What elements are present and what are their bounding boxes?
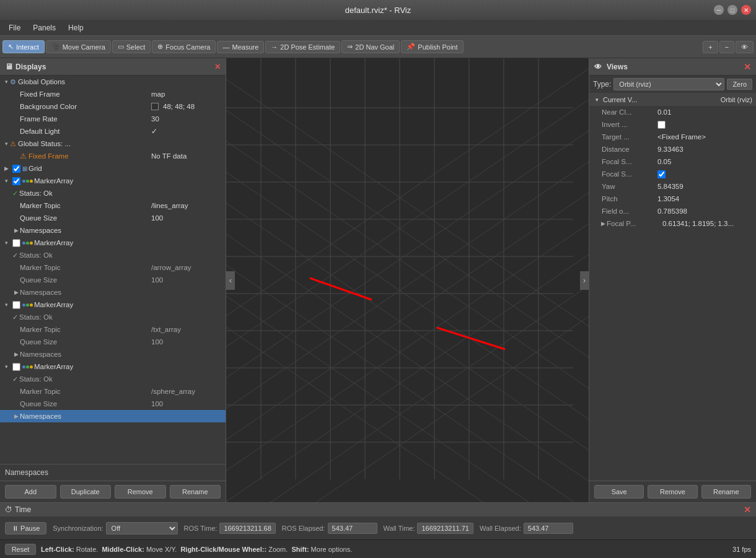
expand-ma3-ns-icon: ▶ bbox=[12, 351, 20, 357]
ma2-namespaces-row[interactable]: ▶ Namespaces bbox=[0, 286, 226, 299]
menu-help[interactable]: Help bbox=[62, 22, 90, 33]
time-close-button[interactable]: ✕ bbox=[744, 505, 751, 515]
expand-ma1-icon: ▾ bbox=[2, 178, 10, 184]
ma1-queue-size-row[interactable]: Queue Size 100 bbox=[0, 212, 226, 224]
interact-button[interactable]: ↖ Interact bbox=[2, 40, 45, 53]
fixed-frame-status-row[interactable]: ⚠ Fixed Frame No TF data bbox=[0, 150, 226, 162]
add-display-button[interactable]: Add bbox=[5, 485, 56, 499]
sync-field: Synchronization: Off Exact time Approxim… bbox=[53, 522, 177, 534]
target-frame-row[interactable]: Target ... <Fixed Frame> bbox=[589, 131, 756, 143]
views-rename-button[interactable]: Rename bbox=[701, 485, 751, 499]
ma1-marker-topic-row[interactable]: Marker Topic /lines_array bbox=[0, 199, 226, 212]
pose-icon: → bbox=[271, 43, 278, 51]
ma4-status-row[interactable]: ✓ Status: Ok bbox=[0, 373, 226, 385]
remove-viewport-button[interactable]: − bbox=[719, 41, 734, 53]
titlebar: default.rviz* - RViz ─ □ ✕ bbox=[0, 0, 756, 20]
add-viewport-button[interactable]: + bbox=[703, 41, 718, 53]
view-toggle-button[interactable]: 👁 bbox=[736, 41, 754, 53]
focal-s1-row[interactable]: Focal S... 0.05 bbox=[589, 155, 756, 168]
background-color-row[interactable]: Background Color 48; 48; 48 bbox=[0, 100, 226, 113]
ma3-status-row[interactable]: ✓ Status: Ok bbox=[0, 311, 226, 323]
frame-rate-row[interactable]: Frame Rate 30 bbox=[0, 113, 226, 125]
viewport-left-arrow[interactable]: ‹ bbox=[226, 271, 235, 290]
markerarray2-row[interactable]: ▾ MarkerArray bbox=[0, 237, 226, 249]
ma2-checkbox-cell bbox=[10, 239, 22, 247]
views-type-row: Type: Orbit (rviz) Zero bbox=[589, 76, 756, 94]
time-title: ⏱ Time bbox=[5, 505, 31, 514]
menu-panels[interactable]: Panels bbox=[27, 22, 62, 33]
yaw-row[interactable]: Yaw 5.84359 bbox=[589, 180, 756, 193]
global-options-row[interactable]: ▾ ⚙ Global Options bbox=[0, 76, 226, 88]
near-clip-row[interactable]: Near Cl... 0.01 bbox=[589, 106, 756, 118]
maximize-button[interactable]: □ bbox=[727, 5, 737, 15]
focal-point-row[interactable]: ▶ Focal P... 0.61341; 1.8195; 1.3... bbox=[589, 217, 756, 230]
views-remove-button[interactable]: Remove bbox=[648, 485, 697, 499]
expand-ma4-icon: ▾ bbox=[2, 364, 10, 370]
views-zero-button[interactable]: Zero bbox=[727, 79, 752, 90]
focus-camera-button[interactable]: ⊕ Focus Camera bbox=[152, 40, 216, 53]
views-type-label: Type: bbox=[593, 80, 611, 89]
duplicate-display-button[interactable]: Duplicate bbox=[60, 485, 112, 499]
fixed-frame-row[interactable]: Fixed Frame map bbox=[0, 88, 226, 100]
field-of-view-row[interactable]: Field o... 0.785398 bbox=[589, 205, 756, 217]
invert-checkbox[interactable] bbox=[657, 121, 666, 129]
ma1-namespaces-row[interactable]: ▶ Namespaces bbox=[0, 224, 226, 237]
ma3-queue-size-row[interactable]: Queue Size 100 bbox=[0, 336, 226, 348]
status-hint: Left-Click: Rotate. Middle-Click: Move X… bbox=[41, 546, 352, 553]
menu-file[interactable]: File bbox=[2, 22, 27, 33]
ma2-status-row[interactable]: ✓ Status: Ok bbox=[0, 249, 226, 261]
move-camera-button[interactable]: 🎥 Move Camera bbox=[46, 40, 111, 53]
pitch-row[interactable]: Pitch 1.3054 bbox=[589, 193, 756, 205]
pause-button[interactable]: ⏸ Pause bbox=[5, 522, 46, 534]
ma1-status-row[interactable]: ✓ Status: Ok bbox=[0, 187, 226, 199]
displays-close-button[interactable]: ✕ bbox=[214, 63, 221, 71]
remove-display-button[interactable]: Remove bbox=[115, 485, 166, 499]
2d-pose-estimate-button[interactable]: → 2D Pose Estimate bbox=[265, 41, 340, 53]
distance-row[interactable]: Distance 9.33463 bbox=[589, 143, 756, 155]
displays-tree[interactable]: ▾ ⚙ Global Options Fixed Frame map Backg… bbox=[0, 76, 226, 464]
publish-point-button[interactable]: 📌 Publish Point bbox=[401, 40, 463, 53]
current-view-section[interactable]: ▾ Current V... Orbit (rviz) bbox=[589, 94, 756, 106]
select-button[interactable]: ▭ Select bbox=[112, 40, 151, 53]
minimize-button[interactable]: ─ bbox=[714, 5, 724, 15]
global-status-row[interactable]: ▾ ⚠ Global Status: ... bbox=[0, 137, 226, 150]
reset-button[interactable]: Reset bbox=[5, 544, 36, 555]
close-button[interactable]: ✕ bbox=[741, 5, 751, 15]
default-light-row[interactable]: Default Light ✓ bbox=[0, 125, 226, 137]
invert-row[interactable]: Invert ... bbox=[589, 118, 756, 131]
measure-button[interactable]: — Measure bbox=[217, 41, 264, 53]
rename-display-button[interactable]: Rename bbox=[170, 485, 221, 499]
ma2-checkbox[interactable] bbox=[12, 239, 20, 247]
viewport-right-arrow[interactable]: › bbox=[580, 271, 589, 290]
ma2-marker-topic-row[interactable]: Marker Topic /arrow_array bbox=[0, 261, 226, 274]
ma1-checkbox[interactable] bbox=[12, 177, 20, 185]
ma3-checkbox[interactable] bbox=[12, 301, 20, 309]
ma4-namespaces-selected-row[interactable]: ▶ Namespaces bbox=[0, 410, 226, 422]
2d-nav-goal-button[interactable]: ⇒ 2D Nav Goal bbox=[341, 40, 400, 53]
views-save-button[interactable]: Save bbox=[594, 485, 644, 499]
focal-s2-row[interactable]: Focal S... bbox=[589, 168, 756, 180]
ma2-dots-icon bbox=[22, 242, 33, 245]
views-title: Views bbox=[607, 63, 628, 71]
views-close-button[interactable]: ✕ bbox=[744, 62, 751, 72]
focal-s2-checkbox[interactable] bbox=[657, 170, 666, 178]
ma4-marker-topic-row[interactable]: Marker Topic /sphere_array bbox=[0, 385, 226, 398]
ros-time-field: ROS Time: 1669213211.68 bbox=[184, 523, 276, 534]
ma4-check-icon: ✓ bbox=[12, 375, 18, 383]
grid-row[interactable]: ▶ ⊞ Grid bbox=[0, 162, 226, 175]
views-type-select[interactable]: Orbit (rviz) bbox=[613, 78, 724, 90]
viewport[interactable]: ‹ › bbox=[226, 58, 589, 502]
ma4-checkbox[interactable] bbox=[12, 363, 20, 371]
ma3-marker-topic-row[interactable]: Marker Topic /txt_array bbox=[0, 323, 226, 336]
markerarray4-row[interactable]: ▾ MarkerArray bbox=[0, 360, 226, 373]
expand-ma3-icon: ▾ bbox=[2, 302, 10, 308]
displays-buttons: Add Duplicate Remove Rename bbox=[0, 481, 226, 502]
markerarray1-row[interactable]: ▾ MarkerArray bbox=[0, 175, 226, 187]
sync-select[interactable]: Off Exact time Approximate time bbox=[106, 522, 178, 534]
grid-checkbox[interactable] bbox=[12, 165, 20, 173]
ma4-queue-size-row[interactable]: Queue Size 100 bbox=[0, 398, 226, 410]
markerarray3-row[interactable]: ▾ MarkerArray bbox=[0, 299, 226, 311]
ma2-queue-size-row[interactable]: Queue Size 100 bbox=[0, 274, 226, 286]
ma3-namespaces-row[interactable]: ▶ Namespaces bbox=[0, 348, 226, 360]
expand-ma1-ns-icon: ▶ bbox=[12, 227, 20, 233]
